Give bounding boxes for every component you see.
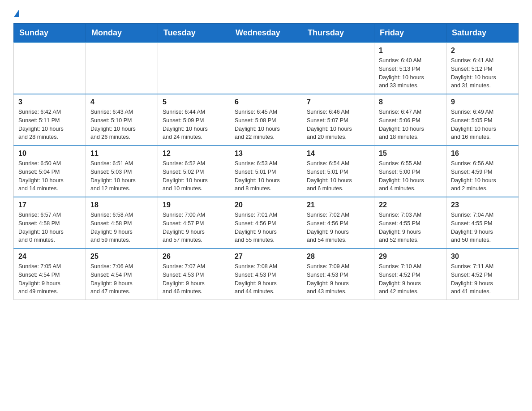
weekday-header-saturday: Saturday xyxy=(446,24,519,43)
calendar-cell xyxy=(158,43,230,94)
day-number: 10 xyxy=(18,150,81,158)
calendar-cell: 13Sunrise: 6:53 AM Sunset: 5:01 PM Dayli… xyxy=(230,146,302,197)
day-info: Sunrise: 6:41 AM Sunset: 5:12 PM Dayligh… xyxy=(451,56,514,90)
calendar-week-1: 1Sunrise: 6:40 AM Sunset: 5:13 PM Daylig… xyxy=(14,43,519,94)
day-info: Sunrise: 6:50 AM Sunset: 5:04 PM Dayligh… xyxy=(18,159,81,193)
day-number: 4 xyxy=(90,98,153,106)
calendar-cell: 21Sunrise: 7:02 AM Sunset: 4:56 PM Dayli… xyxy=(302,197,374,248)
calendar-cell: 1Sunrise: 6:40 AM Sunset: 5:13 PM Daylig… xyxy=(374,43,446,94)
day-info: Sunrise: 6:49 AM Sunset: 5:05 PM Dayligh… xyxy=(451,108,514,141)
calendar-cell: 4Sunrise: 6:43 AM Sunset: 5:10 PM Daylig… xyxy=(86,94,158,146)
day-info: Sunrise: 7:07 AM Sunset: 4:53 PM Dayligh… xyxy=(163,262,225,296)
day-number: 23 xyxy=(451,201,514,209)
calendar-cell: 25Sunrise: 7:06 AM Sunset: 4:54 PM Dayli… xyxy=(86,248,158,300)
calendar-cell xyxy=(230,43,302,94)
calendar-cell: 20Sunrise: 7:01 AM Sunset: 4:56 PM Dayli… xyxy=(230,197,302,248)
calendar-cell: 29Sunrise: 7:10 AM Sunset: 4:52 PM Dayli… xyxy=(374,248,446,300)
day-info: Sunrise: 6:42 AM Sunset: 5:11 PM Dayligh… xyxy=(18,108,81,141)
calendar-week-2: 3Sunrise: 6:42 AM Sunset: 5:11 PM Daylig… xyxy=(14,94,519,146)
calendar-cell: 28Sunrise: 7:09 AM Sunset: 4:53 PM Dayli… xyxy=(302,248,374,300)
calendar-cell: 26Sunrise: 7:07 AM Sunset: 4:53 PM Dayli… xyxy=(158,248,230,300)
weekday-header-friday: Friday xyxy=(374,24,446,43)
calendar-cell: 7Sunrise: 6:46 AM Sunset: 5:07 PM Daylig… xyxy=(302,94,374,146)
calendar-cell: 2Sunrise: 6:41 AM Sunset: 5:12 PM Daylig… xyxy=(446,43,519,94)
day-info: Sunrise: 7:08 AM Sunset: 4:53 PM Dayligh… xyxy=(235,262,297,296)
day-info: Sunrise: 7:01 AM Sunset: 4:56 PM Dayligh… xyxy=(235,211,297,244)
day-number: 3 xyxy=(18,98,81,106)
calendar-week-5: 24Sunrise: 7:05 AM Sunset: 4:54 PM Dayli… xyxy=(14,248,519,300)
calendar-cell: 3Sunrise: 6:42 AM Sunset: 5:11 PM Daylig… xyxy=(14,94,86,146)
logo-arrow-icon xyxy=(14,10,19,17)
calendar-cell: 19Sunrise: 7:00 AM Sunset: 4:57 PM Dayli… xyxy=(158,197,230,248)
day-info: Sunrise: 6:57 AM Sunset: 4:58 PM Dayligh… xyxy=(18,211,81,244)
calendar-table: SundayMondayTuesdayWednesdayThursdayFrid… xyxy=(13,23,519,300)
calendar-cell: 15Sunrise: 6:55 AM Sunset: 5:00 PM Dayli… xyxy=(374,146,446,197)
weekday-header-sunday: Sunday xyxy=(14,24,86,43)
calendar-cell: 18Sunrise: 6:58 AM Sunset: 4:58 PM Dayli… xyxy=(86,197,158,248)
calendar-cell: 6Sunrise: 6:45 AM Sunset: 5:08 PM Daylig… xyxy=(230,94,302,146)
day-number: 19 xyxy=(163,201,225,209)
weekday-header-row: SundayMondayTuesdayWednesdayThursdayFrid… xyxy=(14,24,519,43)
calendar-week-4: 17Sunrise: 6:57 AM Sunset: 4:58 PM Dayli… xyxy=(14,197,519,248)
calendar-cell: 12Sunrise: 6:52 AM Sunset: 5:02 PM Dayli… xyxy=(158,146,230,197)
day-info: Sunrise: 7:09 AM Sunset: 4:53 PM Dayligh… xyxy=(307,262,369,296)
day-number: 21 xyxy=(307,201,369,209)
day-info: Sunrise: 6:53 AM Sunset: 5:01 PM Dayligh… xyxy=(235,159,297,193)
page-header xyxy=(13,9,519,16)
day-number: 9 xyxy=(451,98,514,106)
calendar-cell xyxy=(86,43,158,94)
day-number: 6 xyxy=(235,98,297,106)
day-info: Sunrise: 7:11 AM Sunset: 4:52 PM Dayligh… xyxy=(451,262,514,296)
day-info: Sunrise: 6:58 AM Sunset: 4:58 PM Dayligh… xyxy=(90,211,153,244)
day-info: Sunrise: 6:45 AM Sunset: 5:08 PM Dayligh… xyxy=(235,108,297,141)
day-info: Sunrise: 6:43 AM Sunset: 5:10 PM Dayligh… xyxy=(90,108,153,141)
day-number: 7 xyxy=(307,98,369,106)
day-info: Sunrise: 6:56 AM Sunset: 4:59 PM Dayligh… xyxy=(451,159,514,193)
calendar-cell: 17Sunrise: 6:57 AM Sunset: 4:58 PM Dayli… xyxy=(14,197,86,248)
day-number: 8 xyxy=(379,98,442,106)
calendar-cell: 23Sunrise: 7:04 AM Sunset: 4:55 PM Dayli… xyxy=(446,197,519,248)
day-number: 30 xyxy=(451,253,514,261)
day-number: 25 xyxy=(90,253,153,261)
calendar-cell: 14Sunrise: 6:54 AM Sunset: 5:01 PM Dayli… xyxy=(302,146,374,197)
calendar-cell: 30Sunrise: 7:11 AM Sunset: 4:52 PM Dayli… xyxy=(446,248,519,300)
day-info: Sunrise: 7:10 AM Sunset: 4:52 PM Dayligh… xyxy=(379,262,442,296)
calendar-cell: 24Sunrise: 7:05 AM Sunset: 4:54 PM Dayli… xyxy=(14,248,86,300)
day-info: Sunrise: 7:05 AM Sunset: 4:54 PM Dayligh… xyxy=(18,262,81,296)
calendar-cell: 16Sunrise: 6:56 AM Sunset: 4:59 PM Dayli… xyxy=(446,146,519,197)
day-info: Sunrise: 7:00 AM Sunset: 4:57 PM Dayligh… xyxy=(163,211,225,244)
calendar-cell: 27Sunrise: 7:08 AM Sunset: 4:53 PM Dayli… xyxy=(230,248,302,300)
day-info: Sunrise: 6:54 AM Sunset: 5:01 PM Dayligh… xyxy=(307,159,369,193)
day-number: 24 xyxy=(18,253,81,261)
day-number: 12 xyxy=(163,150,225,158)
day-number: 28 xyxy=(307,253,369,261)
day-number: 5 xyxy=(163,98,225,106)
day-number: 1 xyxy=(379,47,442,55)
calendar-cell: 9Sunrise: 6:49 AM Sunset: 5:05 PM Daylig… xyxy=(446,94,519,146)
calendar-cell xyxy=(14,43,86,94)
day-number: 2 xyxy=(451,47,514,55)
day-number: 17 xyxy=(18,201,81,209)
logo xyxy=(13,9,19,16)
weekday-header-wednesday: Wednesday xyxy=(230,24,302,43)
day-number: 13 xyxy=(235,150,297,158)
day-info: Sunrise: 6:51 AM Sunset: 5:03 PM Dayligh… xyxy=(90,159,153,193)
calendar-cell: 5Sunrise: 6:44 AM Sunset: 5:09 PM Daylig… xyxy=(158,94,230,146)
day-number: 27 xyxy=(235,253,297,261)
day-info: Sunrise: 7:02 AM Sunset: 4:56 PM Dayligh… xyxy=(307,211,369,244)
day-number: 29 xyxy=(379,253,442,261)
calendar-week-3: 10Sunrise: 6:50 AM Sunset: 5:04 PM Dayli… xyxy=(14,146,519,197)
day-number: 22 xyxy=(379,201,442,209)
calendar-cell xyxy=(302,43,374,94)
day-info: Sunrise: 7:06 AM Sunset: 4:54 PM Dayligh… xyxy=(90,262,153,296)
calendar-cell: 22Sunrise: 7:03 AM Sunset: 4:55 PM Dayli… xyxy=(374,197,446,248)
day-number: 16 xyxy=(451,150,514,158)
day-info: Sunrise: 6:40 AM Sunset: 5:13 PM Dayligh… xyxy=(379,56,442,90)
weekday-header-tuesday: Tuesday xyxy=(158,24,230,43)
day-info: Sunrise: 6:47 AM Sunset: 5:06 PM Dayligh… xyxy=(379,108,442,141)
day-info: Sunrise: 7:04 AM Sunset: 4:55 PM Dayligh… xyxy=(451,211,514,244)
calendar-cell: 10Sunrise: 6:50 AM Sunset: 5:04 PM Dayli… xyxy=(14,146,86,197)
calendar-cell: 11Sunrise: 6:51 AM Sunset: 5:03 PM Dayli… xyxy=(86,146,158,197)
weekday-header-thursday: Thursday xyxy=(302,24,374,43)
day-info: Sunrise: 6:55 AM Sunset: 5:00 PM Dayligh… xyxy=(379,159,442,193)
